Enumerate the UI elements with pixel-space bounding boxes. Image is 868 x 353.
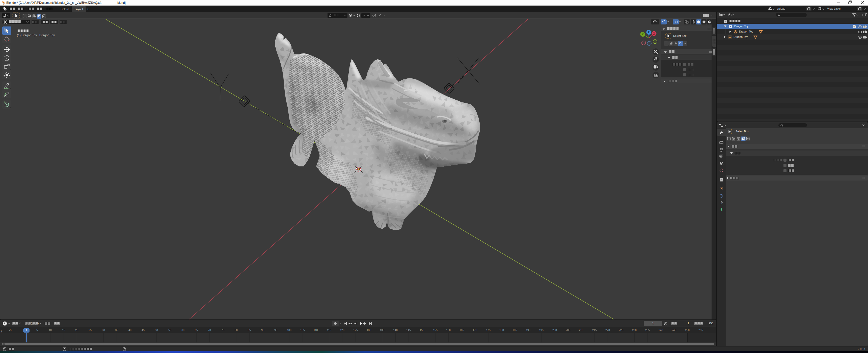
svg-text:Y: Y — [642, 33, 644, 36]
svg-text:Z: Z — [648, 31, 650, 34]
svg-text:X: X — [653, 32, 655, 35]
